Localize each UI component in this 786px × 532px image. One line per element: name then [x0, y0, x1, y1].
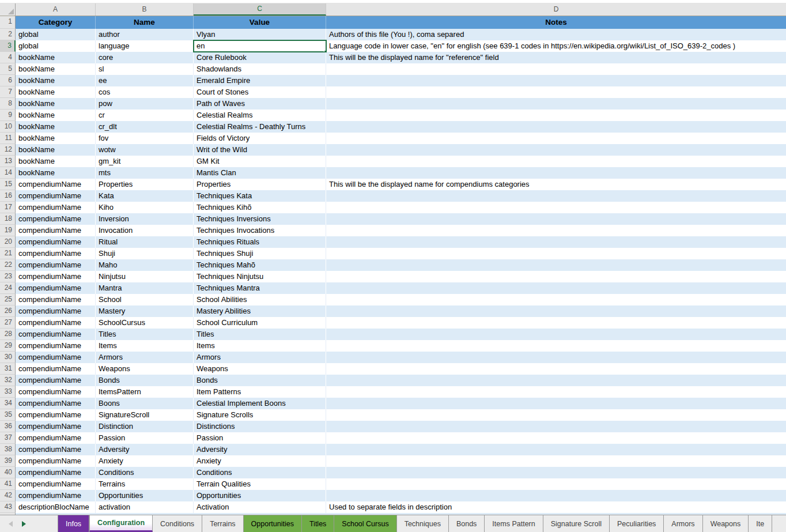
row-header-40[interactable]: 40 — [0, 467, 16, 478]
cell-D4[interactable]: This will be the displayed name for "ref… — [326, 52, 786, 63]
cell-B24[interactable]: Mantra — [96, 282, 194, 294]
cell-A19[interactable]: compendiumName — [16, 225, 96, 236]
cell-D6[interactable] — [326, 75, 786, 86]
cell-B41[interactable]: Terrains — [96, 478, 194, 490]
cell-C13[interactable]: GM Kit — [194, 156, 326, 167]
sheet-tab-signature-scroll[interactable]: Signature Scroll — [543, 515, 610, 532]
cell-D27[interactable] — [326, 317, 786, 329]
row-header-7[interactable]: 7 — [0, 86, 16, 98]
cell-C24[interactable]: Techniques Mantra — [194, 282, 326, 294]
cell-D5[interactable] — [326, 63, 786, 75]
row-header-32[interactable]: 32 — [0, 375, 16, 386]
cell-A33[interactable]: compendiumName — [16, 386, 96, 398]
cell-A35[interactable]: compendiumName — [16, 409, 96, 421]
tab-scroll-left-icon[interactable] — [9, 521, 13, 527]
row-header-17[interactable]: 17 — [0, 202, 16, 213]
cell-B3[interactable]: language — [96, 40, 194, 52]
cell-D10[interactable] — [326, 121, 786, 133]
cell-B20[interactable]: Ritual — [96, 236, 194, 248]
cell-C9[interactable]: Celestial Realms — [194, 110, 326, 121]
cell-B30[interactable]: Armors — [96, 352, 194, 363]
cell-C4[interactable]: Core Rulebook — [194, 52, 326, 63]
cell-A28[interactable]: compendiumName — [16, 329, 96, 340]
cell-C35[interactable]: Signature Scrolls — [194, 409, 326, 421]
sheet-tab-terrains[interactable]: Terrains — [202, 515, 243, 532]
cell-D16[interactable] — [326, 190, 786, 202]
cell-D30[interactable] — [326, 352, 786, 363]
cell-B17[interactable]: Kiho — [96, 202, 194, 213]
row-header-1[interactable]: 1 — [0, 16, 16, 29]
cell-A38[interactable]: compendiumName — [16, 444, 96, 455]
fill-handle[interactable] — [324, 50, 326, 52]
cell-A4[interactable]: bookName — [16, 52, 96, 63]
cell-D22[interactable] — [326, 259, 786, 271]
row-header-24[interactable]: 24 — [0, 282, 16, 294]
cell-C18[interactable]: Techniques Inversions — [194, 213, 326, 225]
cell-B6[interactable]: ee — [96, 75, 194, 86]
cell-C40[interactable]: Conditions — [194, 467, 326, 478]
cell-D29[interactable] — [326, 340, 786, 352]
cell-C17[interactable]: Techniques Kihõ — [194, 202, 326, 213]
cell-A2[interactable]: global — [16, 29, 96, 40]
row-header-3[interactable]: 3 — [0, 40, 16, 52]
tab-scroll-right-icon[interactable] — [22, 521, 26, 527]
row-header-38[interactable]: 38 — [0, 444, 16, 455]
cell-B39[interactable]: Anxiety — [96, 455, 194, 467]
cell-C39[interactable]: Anxiety — [194, 455, 326, 467]
cell-C10[interactable]: Celestial Realms - Deathly Turns — [194, 121, 326, 133]
cell-B22[interactable]: Maho — [96, 259, 194, 271]
cell-D43[interactable]: Used to separate fields in description — [326, 501, 786, 513]
cell-C25[interactable]: School Abilities — [194, 294, 326, 305]
cell-D11[interactable] — [326, 133, 786, 144]
cell-B37[interactable]: Passion — [96, 432, 194, 444]
cell-B19[interactable]: Invocation — [96, 225, 194, 236]
cell-D41[interactable] — [326, 478, 786, 490]
cell-B21[interactable]: Shuji — [96, 248, 194, 259]
cell-C41[interactable]: Terrain Qualities — [194, 478, 326, 490]
cell-A25[interactable]: compendiumName — [16, 294, 96, 305]
row-header-33[interactable]: 33 — [0, 386, 16, 398]
cell-A27[interactable]: compendiumName — [16, 317, 96, 329]
cell-A22[interactable]: compendiumName — [16, 259, 96, 271]
cell-C33[interactable]: Item Patterns — [194, 386, 326, 398]
cell-A26[interactable]: compendiumName — [16, 305, 96, 317]
cell-D15[interactable]: This will be the displayed name for comp… — [326, 179, 786, 190]
cell-D17[interactable] — [326, 202, 786, 213]
row-header-25[interactable]: 25 — [0, 294, 16, 305]
sheet-tab-titles[interactable]: Titles — [302, 515, 334, 532]
cell-B23[interactable]: Ninjutsu — [96, 271, 194, 282]
cell-B43[interactable]: activation — [96, 501, 194, 513]
cell-D23[interactable] — [326, 271, 786, 282]
row-header-31[interactable]: 31 — [0, 363, 16, 375]
cell-D2[interactable]: Authors of this file (You !), coma separ… — [326, 29, 786, 40]
cell-B12[interactable]: wotw — [96, 144, 194, 156]
cell-C12[interactable]: Writ of the Wild — [194, 144, 326, 156]
cell-B8[interactable]: pow — [96, 98, 194, 110]
header-cell-B1[interactable]: Name — [96, 16, 194, 29]
sheet-tab-peculiarities[interactable]: Peculiarities — [610, 515, 664, 532]
cell-D37[interactable] — [326, 432, 786, 444]
row-header-4[interactable]: 4 — [0, 52, 16, 63]
cell-D26[interactable] — [326, 305, 786, 317]
cell-C32[interactable]: Bonds — [194, 375, 326, 386]
column-header-B[interactable]: B — [96, 3, 194, 16]
cell-B9[interactable]: cr — [96, 110, 194, 121]
cell-D35[interactable] — [326, 409, 786, 421]
cell-A7[interactable]: bookName — [16, 86, 96, 98]
cell-D9[interactable] — [326, 110, 786, 121]
cell-A41[interactable]: compendiumName — [16, 478, 96, 490]
cell-C26[interactable]: Mastery Abilities — [194, 305, 326, 317]
row-header-30[interactable]: 30 — [0, 352, 16, 363]
cell-D12[interactable] — [326, 144, 786, 156]
cell-B36[interactable]: Distinction — [96, 421, 194, 432]
cell-A18[interactable]: compendiumName — [16, 213, 96, 225]
row-header-42[interactable]: 42 — [0, 490, 16, 501]
cell-A3[interactable]: global — [16, 40, 96, 52]
cell-C16[interactable]: Techniques Kata — [194, 190, 326, 202]
cell-C30[interactable]: Armors — [194, 352, 326, 363]
select-all-corner[interactable] — [0, 3, 16, 16]
row-header-16[interactable]: 16 — [0, 190, 16, 202]
cell-A12[interactable]: bookName — [16, 144, 96, 156]
row-header-26[interactable]: 26 — [0, 305, 16, 317]
cell-B26[interactable]: Mastery — [96, 305, 194, 317]
